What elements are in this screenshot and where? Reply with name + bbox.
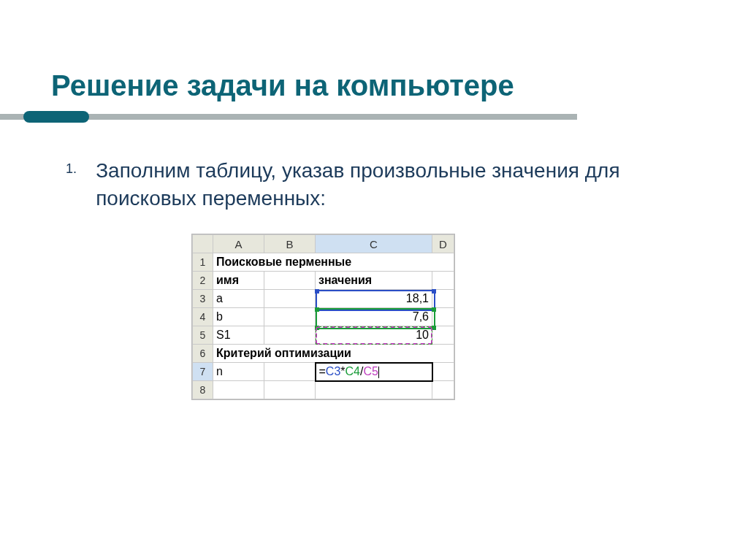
- cell-d8[interactable]: [432, 381, 454, 399]
- cell-c2[interactable]: значения: [316, 272, 432, 290]
- cell-a5[interactable]: S1: [213, 326, 264, 345]
- row-header-6[interactable]: 6: [193, 345, 213, 363]
- cell-a1[interactable]: Поисковые перменные: [213, 253, 454, 272]
- cell-b2[interactable]: [264, 272, 316, 290]
- row-header-8[interactable]: 8: [193, 381, 213, 399]
- col-header-c[interactable]: C: [316, 235, 432, 253]
- row-header-1[interactable]: 1: [193, 253, 213, 272]
- text-cursor: [378, 367, 379, 378]
- cell-b3[interactable]: [264, 290, 316, 308]
- underline-cap: [23, 111, 89, 123]
- cell-c3[interactable]: 18,1: [316, 290, 432, 308]
- formula-ref-c5: C5: [363, 365, 378, 377]
- row-header-4[interactable]: 4: [193, 308, 213, 326]
- cell-b5[interactable]: [264, 326, 316, 345]
- formula-ref-c4: C4: [346, 365, 360, 377]
- slide-title: Решение задачи на компьютере: [51, 69, 514, 102]
- cell-a2[interactable]: имя: [213, 272, 264, 290]
- cell-b7[interactable]: [264, 363, 316, 381]
- cell-b4[interactable]: [264, 308, 316, 326]
- spreadsheet: A B C D 1 Поисковые перменные 2 имя знач…: [191, 234, 455, 400]
- col-header-b[interactable]: B: [264, 235, 316, 253]
- corner-cell[interactable]: [193, 235, 213, 253]
- cell-a7[interactable]: n: [213, 363, 264, 381]
- cell-c8[interactable]: [316, 381, 432, 399]
- body: 1. Заполним таблицу, указав произвольные…: [66, 157, 665, 212]
- cell-d5[interactable]: [432, 326, 454, 345]
- row-header-7[interactable]: 7: [193, 363, 213, 381]
- cell-d4[interactable]: [432, 308, 454, 326]
- cell-b8[interactable]: [264, 381, 316, 399]
- row-header-2[interactable]: 2: [193, 272, 213, 290]
- cell-a8[interactable]: [213, 381, 264, 399]
- formula-ref-c3: C3: [326, 365, 340, 377]
- cell-c4[interactable]: 7,6: [316, 308, 432, 326]
- cell-d3[interactable]: [432, 290, 454, 308]
- cell-d2[interactable]: [432, 272, 454, 290]
- col-header-d[interactable]: D: [432, 235, 454, 253]
- list-number: 1.: [66, 157, 96, 177]
- title-underline: [0, 111, 748, 123]
- col-header-a[interactable]: A: [213, 235, 264, 253]
- list-text: Заполним таблицу, указав произвольные зн…: [96, 157, 665, 212]
- slide: Решение задачи на компьютере 1. Заполним…: [0, 0, 748, 560]
- spreadsheet-table: A B C D 1 Поисковые перменные 2 имя знач…: [192, 234, 454, 399]
- cell-a6[interactable]: Критерий оптимизации: [213, 345, 454, 363]
- cell-a4[interactable]: b: [213, 308, 264, 326]
- formula-prefix: =: [319, 365, 326, 377]
- row-header-5[interactable]: 5: [193, 326, 213, 345]
- cell-a3[interactable]: a: [213, 290, 264, 308]
- cell-c7-editing[interactable]: =C3*C4/C5: [316, 363, 432, 381]
- row-header-3[interactable]: 3: [193, 290, 213, 308]
- cell-d7[interactable]: [432, 363, 454, 381]
- cell-c5[interactable]: 10: [316, 326, 432, 345]
- list-item-1: 1. Заполним таблицу, указав произвольные…: [66, 157, 665, 212]
